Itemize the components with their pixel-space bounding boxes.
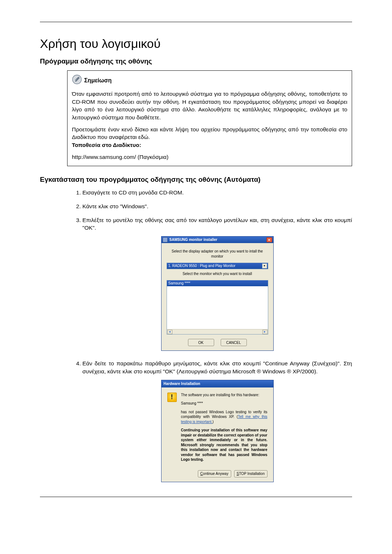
hw-paragraph-2: has not passed Windows Logo testing to v… — [181, 410, 268, 424]
top-divider — [40, 22, 352, 22]
note-box: Σημείωση Όταν εμφανιστεί προτροπή από το… — [67, 70, 352, 166]
note-paragraph-2-text: Προετοιμάστε έναν κενό δίσκο και κάντε λ… — [72, 126, 347, 140]
note-internet-label: Τοποθεσία στο Διαδίκτυο: — [72, 142, 141, 148]
stop-installation-button[interactable]: STOP Installation — [234, 470, 268, 477]
note-paragraph-1: Όταν εμφανιστεί προτροπή από το λειτουργ… — [72, 90, 347, 121]
adapter-select-value: 1. RADEON 9550 : Plug and Play Monitor — [168, 263, 236, 268]
close-icon[interactable]: × — [266, 237, 272, 242]
bottom-divider — [40, 497, 352, 497]
cancel-button[interactable]: CANCEL — [221, 339, 247, 346]
listbox-horizontal-scrollbar[interactable]: ◄ ► — [167, 329, 268, 334]
hardware-installation-dialog: Hardware Installation ! The software you… — [161, 380, 274, 482]
step-4-text: Εάν δείτε το παρακάτω παράθυρο μηνύματος… — [82, 360, 352, 374]
scroll-left-icon[interactable]: ◄ — [167, 330, 172, 334]
step-2: Κάντε κλικ στο "Windows". — [82, 202, 352, 210]
installer-titlebar: SAMSUNG monitor installer × — [162, 237, 273, 243]
chevron-down-icon[interactable]: ▼ — [262, 263, 267, 268]
ok-button[interactable]: OK — [188, 339, 214, 346]
installer-app-icon — [163, 237, 168, 242]
installer-button-row: OK CANCEL — [167, 339, 268, 346]
hw-paragraph-1: The software you are installing for this… — [181, 393, 268, 398]
installer-body: Select the display adapter on which you … — [162, 243, 273, 350]
hw-p2b: ) — [212, 420, 213, 424]
step-3-text: Επιλέξτε το μοντέλο της οθόνης σας από τ… — [82, 217, 352, 231]
step-3: Επιλέξτε το μοντέλο της οθόνης σας από τ… — [82, 216, 352, 351]
hw-device-name: Samsung **** — [181, 401, 268, 406]
note-header: Σημείωση — [72, 74, 347, 86]
section-heading-driver: Πρόγραμμα οδήγησης της οθόνης — [40, 57, 352, 65]
hw-button-row: Continue Anyway STOP Installation — [167, 470, 268, 477]
hw-titlebar: Hardware Installation — [162, 380, 273, 387]
step-4: Εάν δείτε το παρακάτω παράθυρο μηνύματος… — [82, 360, 352, 482]
scroll-right-icon[interactable]: ► — [262, 330, 268, 334]
hw-paragraph-3: Continuing your installation of this sof… — [181, 428, 268, 462]
note-icon — [72, 74, 82, 86]
adapter-select[interactable]: 1. RADEON 9550 : Plug and Play Monitor ▼ — [167, 263, 268, 269]
note-url: http://www.samsung.com/ (Παγκόσμια) — [72, 153, 347, 161]
note-label: Σημείωση — [84, 77, 111, 85]
installer-dialog: SAMSUNG monitor installer × Select the d… — [161, 236, 274, 351]
warning-icon: ! — [167, 393, 177, 402]
hardware-installation-screenshot: Hardware Installation ! The software you… — [82, 380, 352, 482]
install-steps: Εισαγάγετε το CD στη μονάδα CD-ROM. Κάντ… — [71, 189, 352, 482]
hw-body-row: ! The software you are installing for th… — [167, 393, 268, 466]
adapter-label: Select the display adapter on which you … — [167, 249, 268, 259]
installer-screenshot: SAMSUNG monitor installer × Select the d… — [82, 236, 352, 351]
monitor-list-item-selected[interactable]: Samsung **** — [167, 280, 268, 286]
monitor-label: Select the monitor which you want to ins… — [167, 271, 268, 276]
note-paragraph-2: Προετοιμάστε έναν κενό δίσκο και κάντε λ… — [72, 126, 347, 149]
hw-body: ! The software you are installing for th… — [162, 387, 273, 482]
installer-title: SAMSUNG monitor installer — [170, 237, 266, 242]
step-1: Εισαγάγετε το CD στη μονάδα CD-ROM. — [82, 189, 352, 197]
section-heading-install: Εγκατάσταση του προγράμματος οδήγησης τη… — [40, 176, 352, 184]
hw-text: The software you are installing for this… — [181, 393, 268, 466]
continue-anyway-button[interactable]: Continue Anyway — [198, 470, 231, 477]
page-title: Χρήση του λογισμικού — [40, 37, 352, 51]
monitor-listbox[interactable]: Samsung **** ◄ ► — [167, 280, 268, 335]
